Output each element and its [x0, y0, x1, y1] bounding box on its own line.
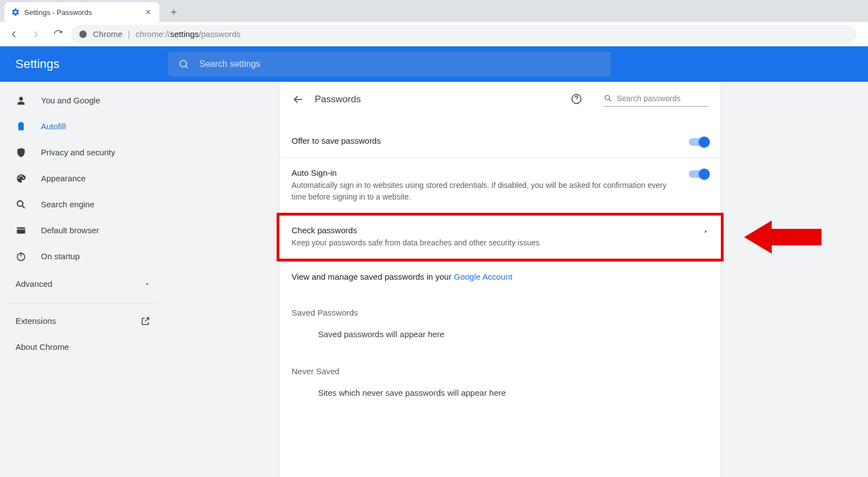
omnibox[interactable]: Chrome | chrome://settings/passwords [71, 25, 856, 44]
about-label: About Chrome [15, 342, 69, 352]
auto-signin-sub: Automatically sign in to websites using … [292, 180, 680, 203]
clipboard-icon [15, 121, 27, 132]
google-account-link[interactable]: Google Account [454, 272, 512, 281]
row-check-passwords[interactable]: Check passwords Keep your passwords safe… [279, 216, 721, 259]
sidebar-item-you-and-google[interactable]: You and Google [0, 87, 166, 113]
panel-header: Passwords [279, 82, 721, 117]
sidebar-item-default-browser[interactable]: Default browser [0, 217, 166, 243]
never-saved-section: Never Saved [279, 352, 721, 381]
omnibox-separator: | [128, 30, 130, 39]
palette-icon [15, 173, 27, 184]
extensions-label: Extensions [15, 316, 56, 326]
svg-point-1 [180, 60, 187, 67]
offer-save-toggle[interactable] [689, 138, 709, 146]
sidebar-item-label: Autofill [41, 122, 66, 131]
search-settings[interactable] [168, 52, 611, 76]
sidebar-item-label: Search engine [41, 200, 95, 209]
row-auto-signin: Auto Sign-in Automatically sign in to we… [279, 158, 721, 213]
gear-icon [11, 8, 20, 17]
sidebar-item-privacy[interactable]: Privacy and security [0, 139, 166, 165]
site-info-icon[interactable] [79, 30, 87, 39]
advanced-label: Advanced [15, 279, 53, 289]
sidebar-advanced[interactable]: Advanced [0, 269, 166, 298]
check-passwords-sub: Keep your passwords safe from data breac… [292, 237, 694, 249]
search-icon [15, 199, 27, 210]
person-icon [15, 95, 27, 106]
svg-rect-3 [18, 123, 24, 130]
sidebar-item-label: On startup [41, 251, 80, 261]
sidebar-about[interactable]: About Chrome [0, 334, 166, 360]
sidebar-item-appearance[interactable]: Appearance [0, 165, 166, 191]
browser-icon [15, 225, 27, 236]
tab-title: Settings - Passwords [24, 8, 139, 17]
panel-back-button[interactable] [292, 93, 305, 106]
highlight-annotation: Check passwords Keep your passwords safe… [277, 213, 724, 261]
close-icon[interactable] [144, 8, 153, 17]
shield-icon [15, 147, 27, 158]
auto-signin-toggle[interactable] [689, 170, 709, 178]
help-icon[interactable] [570, 93, 584, 106]
sidebar-item-label: Default browser [41, 226, 99, 235]
row-view-manage: View and manage saved passwords in your … [279, 261, 721, 293]
sidebar-item-label: Appearance [41, 174, 86, 183]
sidebar-divider [9, 303, 157, 303]
auto-signin-title: Auto Sign-in [292, 168, 680, 177]
row-offer-save: Offer to save passwords [279, 126, 721, 158]
sidebar-item-label: You and Google [41, 96, 100, 105]
omnibox-url: chrome://settings/passwords [136, 29, 241, 39]
svg-point-2 [19, 97, 23, 101]
sidebar-item-autofill[interactable]: Autofill [0, 113, 166, 139]
page-body: You and Google Autofill Privacy and secu… [0, 82, 868, 477]
sidebar-item-on-startup[interactable]: On startup [0, 243, 166, 269]
browser-chrome: Settings - Passwords Chrome | chrome://s… [0, 0, 868, 46]
view-manage-text: View and manage saved passwords in your … [292, 272, 709, 281]
sidebar-item-search-engine[interactable]: Search engine [0, 191, 166, 217]
omnibox-site-label: Chrome [93, 29, 122, 39]
search-settings-input[interactable] [199, 59, 601, 69]
new-tab-button[interactable] [166, 4, 181, 20]
back-button[interactable] [4, 25, 23, 44]
toolbar: Chrome | chrome://settings/passwords [0, 22, 868, 46]
main-panel: Passwords Offer to save passwords Au [279, 82, 721, 477]
chevron-down-icon [144, 281, 150, 287]
panel-title: Passwords [315, 94, 361, 105]
main-area: Passwords Offer to save passwords Au [166, 82, 868, 477]
tabstrip: Settings - Passwords [0, 0, 868, 22]
panel-search[interactable] [604, 93, 709, 107]
forward-button[interactable] [27, 25, 45, 44]
settings-title: Settings [15, 57, 60, 71]
offer-save-title: Offer to save passwords [292, 136, 680, 145]
settings-header: Settings [0, 46, 868, 82]
search-icon [178, 59, 189, 70]
chevron-right-icon [703, 229, 709, 234]
browser-tab[interactable]: Settings - Passwords [4, 2, 159, 22]
sidebar: You and Google Autofill Privacy and secu… [0, 82, 166, 477]
check-passwords-title: Check passwords [292, 226, 694, 235]
never-saved-empty: Sites which never save passwords will ap… [279, 381, 721, 411]
sidebar-extensions[interactable]: Extensions [0, 308, 166, 334]
reload-button[interactable] [49, 25, 67, 44]
svg-point-0 [79, 30, 86, 38]
sidebar-item-label: Privacy and security [41, 148, 115, 157]
search-icon [604, 94, 612, 103]
power-icon [15, 251, 27, 262]
panel-search-input[interactable] [617, 94, 709, 103]
open-in-new-icon [141, 316, 150, 326]
svg-rect-4 [20, 122, 23, 123]
saved-passwords-section: Saved Passwords [279, 293, 721, 323]
saved-passwords-empty: Saved passwords will appear here [279, 323, 721, 352]
